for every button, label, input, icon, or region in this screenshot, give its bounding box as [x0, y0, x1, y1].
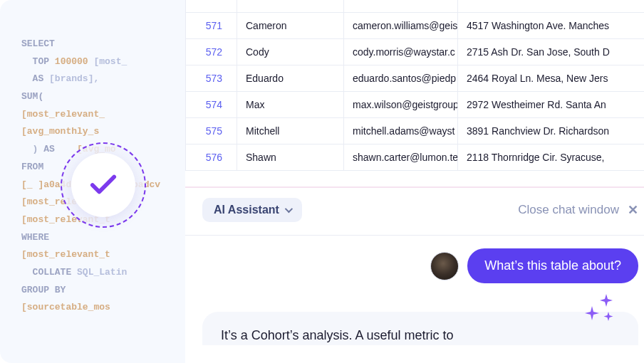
code-line: TOP 100000 [most_	[21, 53, 171, 71]
user-avatar	[430, 252, 459, 280]
row-index: 573	[186, 65, 237, 92]
row-address: 4517 Washington Ave. Manches	[458, 13, 645, 39]
row-email: shawn.carter@lumon.te	[344, 144, 458, 171]
code-line: AS [brands],	[21, 70, 171, 88]
code-line: [most_relevant_	[21, 106, 171, 124]
chevron-down-icon	[285, 205, 293, 213]
success-badge	[61, 142, 146, 228]
row-index: 576	[186, 144, 237, 171]
row-email: mitchell.adams@wayst	[344, 118, 458, 144]
code-line: [sourcetable_mos	[21, 299, 171, 317]
row-name: Cameron	[237, 13, 344, 39]
assistant-label: AI Assistant	[214, 204, 279, 216]
user-message-row: What’s this table about?	[202, 248, 638, 283]
row-name: Mitchell	[237, 118, 344, 144]
row-email: eduardo.santos@piedp	[344, 65, 458, 92]
code-line: [avg_monthly_s	[21, 123, 171, 141]
row-email: cody.morris@waystar.c	[344, 39, 458, 65]
chat-header: AI Assistant Close chat window ✕	[185, 188, 644, 236]
table-row[interactable]: 574Maxmax.wilson@geistgroup2972 Westheim…	[186, 92, 645, 118]
row-name: Cody	[237, 39, 344, 65]
code-line: [most_relevant_t	[21, 246, 171, 264]
row-email: cameron.williams@geis	[344, 13, 458, 39]
code-line: GROUP BY	[21, 282, 171, 300]
table-row	[186, 0, 645, 13]
success-badge-inner	[71, 153, 135, 217]
ai-response-bubble: It’s a Cohort’s analysis. A useful metri…	[202, 312, 638, 345]
row-address: 3891 Ranchview Dr. Richardson	[458, 118, 645, 144]
row-email: max.wilson@geistgroup	[344, 92, 458, 118]
table-row[interactable]: 571Cameroncameron.williams@geis4517 Wash…	[186, 13, 645, 39]
row-index: 575	[186, 118, 237, 144]
close-icon: ✕	[628, 202, 638, 218]
close-chat-button[interactable]: Close chat window ✕	[518, 202, 638, 218]
row-index: 572	[186, 39, 237, 65]
close-chat-label: Close chat window	[518, 203, 619, 217]
chat-panel: AI Assistant Close chat window ✕ What’s …	[185, 186, 644, 358]
user-message-text: What’s this table about?	[484, 258, 621, 273]
table-row[interactable]: 576Shawnshawn.carter@lumon.te2118 Thornr…	[186, 144, 645, 171]
row-name: Shawn	[237, 144, 344, 171]
row-address: 2118 Thornridge Cir. Syracuse,	[458, 144, 645, 171]
row-index: 571	[186, 13, 237, 39]
table-row[interactable]: 573Eduardoeduardo.santos@piedp2464 Royal…	[186, 65, 645, 92]
user-message-bubble: What’s this table about?	[467, 248, 638, 283]
row-name: Eduardo	[237, 65, 344, 92]
ai-response-text: It’s a Cohort’s analysis. A useful metri…	[221, 328, 454, 342]
row-address: 2715 Ash Dr. San Jose, South D	[458, 39, 645, 65]
sparkles-icon	[581, 290, 617, 326]
ai-assistant-dropdown[interactable]: AI Assistant	[202, 198, 302, 222]
code-line: COLLATE SQL_Latin	[21, 264, 171, 282]
code-line: SUM(	[21, 88, 171, 106]
data-table: 571Cameroncameron.williams@geis4517 Wash…	[185, 0, 644, 171]
row-address: 2464 Royal Ln. Mesa, New Jers	[458, 65, 645, 92]
row-index: 574	[186, 92, 237, 118]
chat-body: What’s this table about? It’s a Cohort’s…	[185, 236, 644, 358]
row-name: Max	[237, 92, 344, 118]
table-row[interactable]: 572Codycody.morris@waystar.c2715 Ash Dr.…	[186, 39, 645, 65]
table-row[interactable]: 575Mitchellmitchell.adams@wayst3891 Ranc…	[186, 118, 645, 144]
checkmark-icon	[90, 174, 117, 196]
code-line: SELECT	[21, 36, 171, 53]
row-address: 2972 Westheimer Rd. Santa An	[458, 92, 645, 118]
code-line: WHERE	[21, 229, 171, 247]
